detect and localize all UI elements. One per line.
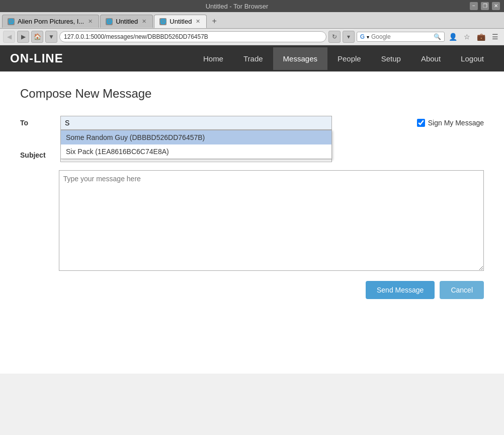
message-label [20, 170, 59, 173]
tab-1[interactable]: 🌐 Alien Porn Pictures, I... ✕ [2, 15, 99, 28]
tab-label-1: Alien Porn Pictures, I... [18, 18, 84, 25]
tab-favicon-1: 🌐 [8, 18, 15, 25]
message-row [20, 170, 484, 271]
search-provider-icon: G [360, 33, 365, 40]
nav-messages[interactable]: Messages [273, 47, 327, 70]
nav-about[interactable]: About [411, 47, 451, 70]
button-row: Send Message Cancel [20, 281, 484, 299]
autocomplete-item-1[interactable]: Some Random Guy (DBBBD526DD76457B) [61, 130, 331, 144]
minimize-btn[interactable]: − [470, 2, 478, 10]
page-title: Compose New Message [20, 87, 484, 101]
close-btn[interactable]: ✕ [492, 2, 500, 10]
tab-close-3[interactable]: ✕ [195, 18, 201, 25]
sign-checkbox[interactable] [417, 119, 425, 127]
site-logo: ON-LINE [10, 45, 73, 71]
resize-btn[interactable]: ❐ [481, 2, 489, 10]
briefcase-icon[interactable]: 💼 [475, 31, 487, 43]
window-title: Untitled - Tor Browser [4, 3, 470, 10]
autocomplete-item-2[interactable]: Six Pack (1EA8616BC6C74E8A) [61, 144, 331, 159]
search-input[interactable] [371, 33, 432, 40]
refresh-button[interactable]: ↻ [328, 31, 341, 43]
nav-trade[interactable]: Trade [233, 47, 273, 70]
new-tab-button[interactable]: + [208, 14, 220, 28]
address-input[interactable] [59, 31, 326, 42]
dropdown-button[interactable]: ▾ [343, 31, 355, 43]
forward-button[interactable]: ▶ [17, 31, 29, 43]
site-nav: Home Trade Messages People Setup About L… [193, 47, 494, 70]
window-controls[interactable]: − ❐ ✕ [470, 2, 500, 10]
to-label: To [20, 116, 60, 127]
nav-people[interactable]: People [327, 47, 371, 70]
tab-close-1[interactable]: ✕ [87, 18, 94, 25]
user-icon[interactable]: 👤 [447, 31, 459, 43]
menu-button[interactable]: ▼ [45, 31, 57, 43]
tab-3[interactable]: 🌐 Untitled ✕ [154, 15, 207, 28]
main-content: Compose New Message To Some Random Guy (… [0, 71, 504, 374]
tab-2[interactable]: 🌐 Untitled ✕ [100, 15, 153, 28]
sign-label: Sign My Message [428, 119, 484, 127]
to-input[interactable] [60, 116, 332, 130]
nav-logout[interactable]: Logout [451, 47, 494, 70]
back-button[interactable]: ◀ [3, 31, 15, 43]
nav-setup[interactable]: Setup [371, 47, 411, 70]
to-field-wrap: Some Random Guy (DBBBD526DD76457B) Six P… [60, 116, 407, 130]
to-row: To Some Random Guy (DBBBD526DD76457B) Si… [20, 116, 484, 130]
search-icon[interactable]: 🔍 [434, 33, 441, 40]
message-textarea[interactable] [59, 170, 484, 271]
send-button[interactable]: Send Message [366, 281, 435, 299]
tab-close-2[interactable]: ✕ [141, 18, 147, 25]
search-box: G ▾ 🔍 [357, 32, 445, 42]
address-bar: ◀ ▶ 🏠 ▼ ↻ ▾ G ▾ 🔍 👤 ☆ 💼 ☰ [0, 29, 504, 45]
toolbar-icons: 👤 ☆ 💼 ☰ [447, 31, 501, 43]
tab-label-2: Untitled [116, 18, 138, 25]
autocomplete-dropdown: Some Random Guy (DBBBD526DD76457B) Six P… [60, 130, 332, 159]
star-icon[interactable]: ☆ [461, 31, 473, 43]
menu-hamburger-icon[interactable]: ☰ [489, 31, 501, 43]
search-provider-dropdown[interactable]: ▾ [367, 34, 369, 40]
sign-check-wrap: Sign My Message [417, 116, 484, 127]
nav-home[interactable]: Home [193, 47, 233, 70]
tab-bar: 🌐 Alien Porn Pictures, I... ✕ 🌐 Untitled… [0, 12, 504, 29]
home-button[interactable]: 🏠 [31, 31, 43, 43]
tab-favicon-2: 🌐 [106, 18, 113, 25]
subject-label: Subject [20, 148, 60, 159]
cancel-button[interactable]: Cancel [440, 281, 484, 299]
title-bar: Untitled - Tor Browser − ❐ ✕ [0, 0, 504, 12]
tab-label-3: Untitled [170, 18, 192, 25]
tab-favicon-3: 🌐 [159, 18, 166, 25]
site-header: ON-LINE Home Trade Messages People Setup… [0, 45, 504, 71]
